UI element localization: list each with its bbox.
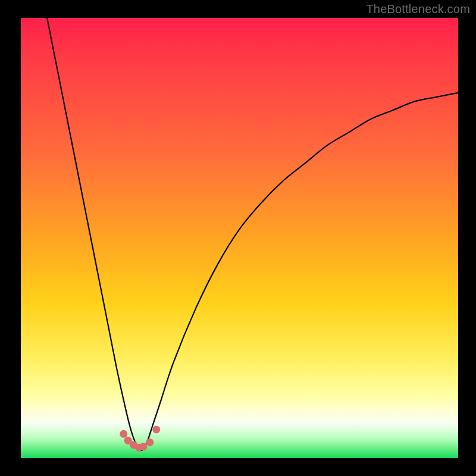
marker-dot bbox=[139, 443, 147, 450]
plot-area bbox=[21, 18, 458, 458]
curve-layer bbox=[21, 18, 458, 458]
chart-frame: TheBottleneck.com bbox=[0, 0, 476, 476]
bottleneck-curve bbox=[47, 18, 458, 450]
marker-dot bbox=[152, 425, 160, 433]
marker-dot bbox=[146, 439, 154, 446]
highlight-markers bbox=[120, 425, 160, 451]
attribution-label: TheBottleneck.com bbox=[366, 2, 470, 16]
marker-dot bbox=[120, 430, 127, 438]
